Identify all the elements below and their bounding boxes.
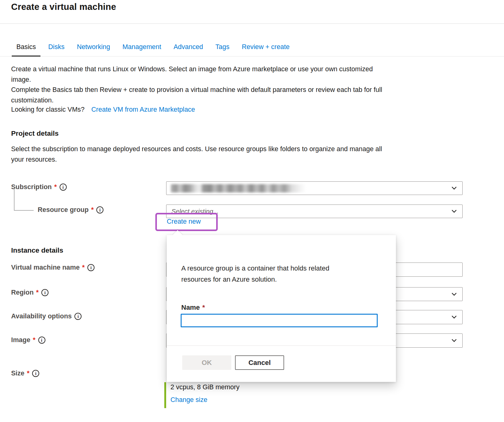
availability-options-label: Availability options i — [11, 312, 82, 320]
page-title: Create a virtual machine — [11, 2, 116, 12]
tab-management[interactable]: Management — [118, 41, 166, 57]
info-icon[interactable]: i — [38, 337, 45, 344]
ok-button[interactable]: OK — [182, 355, 231, 370]
classic-vm-row: Looking for classic VMs? Create VM from … — [11, 106, 195, 114]
dialog-description: A resource group is a container that hol… — [181, 263, 376, 285]
tabs-underline — [0, 56, 504, 56]
required-marker: * — [36, 289, 39, 296]
tree-connector-horizontal — [14, 210, 34, 211]
project-details-heading: Project details — [11, 130, 59, 138]
size-selection-bar — [164, 382, 166, 408]
change-size-link[interactable]: Change size — [170, 396, 208, 404]
tree-connector-vertical — [14, 188, 15, 210]
resource-group-name-input[interactable] — [181, 314, 378, 327]
chevron-down-icon — [452, 292, 457, 296]
size-info-text: 2 vcpus, 8 GiB memory — [170, 383, 239, 391]
tab-disks[interactable]: Disks — [44, 41, 69, 57]
size-label: Size * i — [11, 370, 39, 377]
intro-text: Create a virtual machine that runs Linux… — [11, 64, 450, 106]
subscription-value-redacted — [171, 184, 306, 192]
dialog-divider — [167, 345, 396, 346]
info-icon[interactable]: i — [60, 184, 67, 191]
required-marker: * — [27, 370, 29, 377]
info-icon[interactable]: i — [96, 206, 103, 213]
chevron-down-icon — [452, 187, 457, 190]
chevron-down-icon — [452, 339, 457, 342]
info-icon[interactable]: i — [87, 264, 94, 271]
tab-tags[interactable]: Tags — [211, 41, 234, 57]
info-icon[interactable]: i — [74, 313, 82, 320]
instance-details-heading: Instance details — [11, 246, 63, 254]
required-marker: * — [91, 206, 94, 214]
create-new-link[interactable]: Create new — [167, 218, 201, 225]
create-resource-group-dialog: A resource group is a container that hol… — [167, 235, 396, 382]
cancel-button[interactable]: Cancel — [235, 355, 284, 370]
chevron-down-icon — [452, 210, 457, 213]
tab-advanced[interactable]: Advanced — [169, 41, 208, 57]
create-vm-marketplace-link[interactable]: Create VM from Azure Marketplace — [91, 106, 195, 113]
resource-group-dropdown[interactable]: Select existing... — [166, 205, 463, 218]
subscription-dropdown[interactable] — [166, 181, 463, 195]
image-label: Image * i — [11, 336, 45, 344]
classic-vm-prompt: Looking for classic VMs? — [11, 106, 85, 113]
info-icon[interactable]: i — [41, 289, 48, 296]
project-details-description: Select the subscription to manage deploy… — [11, 144, 450, 165]
required-marker: * — [54, 183, 57, 191]
create-vm-page: Create a virtual machine Basics Disks Ne… — [0, 0, 504, 422]
tab-basics[interactable]: Basics — [12, 41, 40, 57]
tab-networking[interactable]: Networking — [72, 41, 115, 57]
dialog-name-label: Name * — [181, 304, 205, 312]
required-marker: * — [82, 264, 85, 271]
dialog-caret — [172, 230, 183, 241]
required-marker: * — [202, 304, 205, 312]
chevron-down-icon — [452, 316, 457, 319]
resource-group-label: Resource group * i — [38, 206, 103, 214]
vm-name-label: Virtual machine name * i — [11, 264, 94, 271]
required-marker: * — [33, 336, 35, 344]
region-label: Region * i — [11, 289, 48, 296]
resource-group-placeholder: Select existing... — [171, 208, 219, 215]
tab-bar: Basics Disks Networking Management Advan… — [12, 41, 297, 57]
header-divider — [0, 23, 504, 24]
subscription-label: Subscription * i — [11, 183, 67, 191]
tab-review-create[interactable]: Review + create — [237, 41, 294, 57]
info-icon[interactable]: i — [32, 370, 39, 377]
